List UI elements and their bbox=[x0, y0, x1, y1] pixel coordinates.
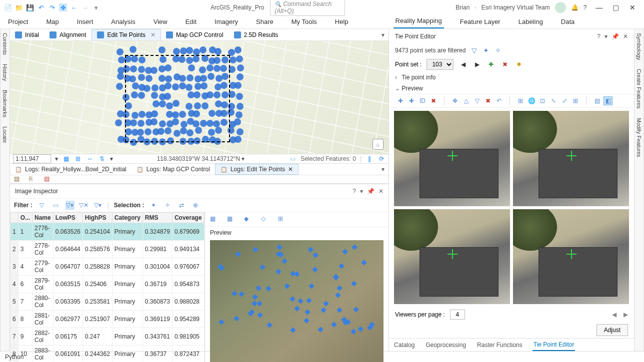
tab-map[interactable]: Map bbox=[44, 15, 60, 28]
tab-edit[interactable]: Edit bbox=[184, 15, 198, 28]
add-point-icon[interactable]: ✚ bbox=[486, 60, 496, 69]
filter-icon[interactable]: ▽ bbox=[38, 201, 46, 210]
view-tab-initial[interactable]: Initial bbox=[10, 29, 44, 40]
preview-tool-2-icon[interactable]: ▦ bbox=[227, 215, 236, 224]
menu-icon[interactable]: ▾ bbox=[360, 188, 363, 195]
tab-analysis[interactable]: Analysis bbox=[109, 15, 137, 28]
explore-icon[interactable]: ✥ bbox=[59, 3, 67, 11]
log-delete-icon[interactable]: ▤ bbox=[44, 175, 52, 183]
undo-icon[interactable]: ↶ bbox=[494, 96, 504, 105]
help-icon[interactable]: ? bbox=[584, 4, 587, 11]
tab-geoprocessing[interactable]: Geoprocessing bbox=[424, 340, 467, 351]
log-copy-icon[interactable]: ⎘ bbox=[29, 175, 37, 183]
auto-del-icon[interactable]: ✖ bbox=[484, 96, 492, 105]
auto-icon[interactable]: △ bbox=[462, 96, 470, 105]
page-next-icon[interactable]: ▶ bbox=[624, 311, 628, 318]
preview-tool-5-icon[interactable]: ⊞ bbox=[278, 215, 287, 224]
minimize-icon[interactable]: — bbox=[592, 2, 606, 12]
pin-icon[interactable]: 📌 bbox=[612, 33, 619, 40]
save-icon[interactable]: 💾 bbox=[26, 3, 34, 11]
collapse-icon[interactable]: ⤡ bbox=[549, 96, 558, 105]
grid2-icon[interactable]: ⊞ bbox=[571, 96, 580, 105]
tab-imagery[interactable]: Imagery bbox=[212, 15, 240, 28]
page-prev-icon[interactable]: ◀ bbox=[612, 311, 616, 318]
globe-icon[interactable]: 🌐 bbox=[527, 96, 536, 105]
close-icon[interactable]: ✕ bbox=[150, 31, 156, 38]
table-row[interactable]: 8102883-Col0.0610910.244362Primary0.3673… bbox=[10, 346, 205, 362]
selection-icon[interactable]: ▭ bbox=[288, 155, 296, 163]
viewer-4[interactable]: 4 bbox=[513, 209, 629, 305]
preview-image[interactable] bbox=[210, 240, 384, 362]
viewer-2[interactable]: 2 bbox=[513, 111, 629, 206]
log-tabs-menu-icon[interactable]: ▾ bbox=[378, 166, 388, 173]
add-id-icon[interactable]: ID bbox=[418, 96, 427, 105]
table-row[interactable]: 342779-Col0.0647070.258828Primary0.30100… bbox=[10, 258, 205, 276]
view-tab-25d-results[interactable]: 2.5D Results bbox=[229, 29, 284, 40]
snap-icon[interactable]: ▦ bbox=[62, 155, 70, 163]
dock-history[interactable]: History bbox=[2, 64, 8, 81]
close-icon[interactable]: ✕ bbox=[623, 33, 628, 40]
pause-icon[interactable]: ‖ bbox=[366, 155, 374, 163]
filter-add-icon[interactable]: ✦ bbox=[483, 46, 489, 54]
add-gcp-icon[interactable]: ✚ bbox=[407, 96, 416, 105]
delete-point-icon[interactable]: ✖ bbox=[500, 60, 510, 69]
close-icon[interactable]: ✕ bbox=[288, 166, 293, 173]
new-project-icon[interactable]: 📄 bbox=[4, 3, 12, 11]
dock-contents[interactable]: Contents bbox=[2, 33, 8, 55]
overlay-icon[interactable]: ◧ bbox=[604, 96, 612, 105]
preview-tool-3-icon[interactable]: ◆ bbox=[244, 215, 253, 224]
filter-extent-icon[interactable]: ▭ bbox=[52, 201, 60, 210]
scale-input[interactable]: 1:11,947 bbox=[13, 154, 51, 163]
log-tab-initial[interactable]: 📋 Logs: Reality_Hollyw...Bowl_2D_initial bbox=[10, 164, 132, 174]
undo-icon[interactable]: ↶ bbox=[37, 3, 45, 11]
log-tab-gcp[interactable]: 📋 Logs: Map GCP Control bbox=[132, 164, 215, 174]
filter-selection-icon[interactable]: ▽▾ bbox=[66, 201, 74, 210]
tab-labeling[interactable]: Labeling bbox=[516, 15, 545, 28]
close-icon[interactable]: ✕ bbox=[378, 188, 384, 195]
avatar[interactable] bbox=[555, 2, 566, 13]
select-switch-icon[interactable]: ⇄ bbox=[177, 201, 186, 210]
select-zoom-icon[interactable]: ⊕ bbox=[191, 201, 200, 210]
dock-symbology[interactable]: Symbology bbox=[636, 33, 642, 60]
help-icon[interactable]: ? bbox=[352, 188, 356, 195]
tpe-section-preview[interactable]: ⌄ Preview bbox=[389, 83, 634, 94]
maximize-icon[interactable]: ▢ bbox=[608, 2, 624, 12]
map-view[interactable]: ⌂ bbox=[10, 41, 388, 154]
tab-mytools[interactable]: My Tools bbox=[290, 15, 319, 28]
view-tabs-menu-icon[interactable]: ▾ bbox=[378, 31, 388, 38]
qat-menu-icon[interactable]: ▾ bbox=[92, 3, 100, 11]
help-icon[interactable]: ? bbox=[597, 33, 600, 40]
command-search[interactable]: 🔍 Command Search (Alt+Q) bbox=[270, 0, 345, 16]
tpe-section-info[interactable]: › Tie point info bbox=[389, 72, 634, 83]
user-name[interactable]: Brian bbox=[456, 4, 470, 11]
close-icon[interactable]: ✕ bbox=[625, 2, 640, 12]
select-all-icon[interactable]: ✦ bbox=[149, 201, 158, 210]
viewer-1[interactable]: 1 bbox=[394, 111, 510, 206]
auto2-icon[interactable]: ▽ bbox=[472, 96, 482, 105]
table-row[interactable]: 112776-Col0.0635260.254104Primary0.32487… bbox=[10, 223, 205, 241]
preview-tool-1-icon[interactable]: ▦ bbox=[210, 215, 219, 224]
add-tie-icon[interactable]: ✚ bbox=[396, 96, 405, 105]
notifications-icon[interactable]: 🔔 bbox=[571, 4, 578, 11]
adjust-button[interactable]: Adjust bbox=[596, 324, 628, 336]
tab-view[interactable]: View bbox=[152, 15, 170, 28]
table-row[interactable]: 232778-Col0.0646440.258576Primary0.29981… bbox=[10, 241, 205, 258]
prev-pointset-icon[interactable]: ◀ bbox=[458, 60, 468, 69]
redo-icon[interactable]: ↷ bbox=[48, 3, 56, 11]
fit-icon[interactable]: ⊡ bbox=[538, 96, 547, 105]
pin-icon[interactable]: 📌 bbox=[367, 188, 374, 195]
legend-icon[interactable]: ▤ bbox=[592, 96, 602, 105]
expand-icon[interactable]: ⤢ bbox=[560, 96, 569, 105]
tab-help[interactable]: Help bbox=[333, 15, 350, 28]
table-row[interactable]: 792882-Col0.061750.247Primary0.3437610.9… bbox=[10, 328, 205, 346]
log-tab-edit-tie[interactable]: 📋 Logs: Edit Tie Points ✕ bbox=[215, 164, 298, 175]
refresh-icon[interactable]: ⟳ bbox=[378, 155, 386, 163]
tab-reality-mapping[interactable]: Reality Mapping bbox=[394, 14, 444, 28]
move-icon[interactable]: ✥ bbox=[450, 96, 460, 105]
inspector-table[interactable]: O...NameLowPSHighPSCategoryRMSCoverageCo… bbox=[10, 212, 204, 362]
constraints-icon[interactable]: ↔ bbox=[86, 155, 94, 163]
dock-create-features[interactable]: Create Features bbox=[636, 69, 642, 108]
compass-icon[interactable]: ⌂ bbox=[372, 139, 384, 150]
filter-more-icon[interactable]: ▽▾ bbox=[94, 201, 102, 210]
table-row[interactable]: 682881-Col0.0629770.251907Primary0.36911… bbox=[10, 311, 205, 328]
